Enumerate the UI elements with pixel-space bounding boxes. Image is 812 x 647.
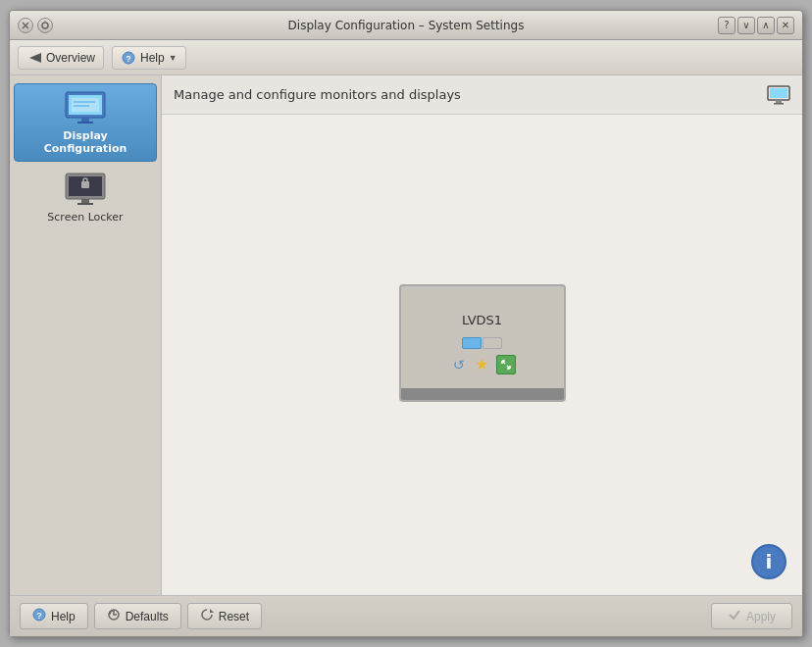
- svg-rect-21: [770, 88, 787, 98]
- info-icon: i: [766, 550, 773, 573]
- titlebar-buttons: [18, 18, 53, 33]
- toggle-off[interactable]: [482, 337, 502, 349]
- monitor-name: LVDS1: [462, 313, 502, 327]
- reset-button[interactable]: Reset: [187, 603, 262, 629]
- sidebar-item-screen-locker[interactable]: Screen Locker: [14, 166, 157, 229]
- titlebar-right-buttons: ? ∨ ∧ ✕: [718, 17, 794, 34]
- help-footer-icon: ?: [32, 608, 46, 624]
- overview-button[interactable]: Overview: [18, 46, 104, 70]
- toggle-on[interactable]: [462, 337, 482, 349]
- sidebar-item-screen-locker-label: Screen Locker: [47, 211, 123, 224]
- help-dropdown-icon: ▼: [169, 53, 178, 63]
- toolbar: Overview ? Help ▼: [10, 40, 802, 75]
- minimize-icon[interactable]: ∨: [737, 17, 755, 34]
- svg-rect-23: [774, 103, 784, 105]
- svg-rect-10: [77, 122, 93, 124]
- main-content: DisplayConfiguration Screen Locker: [10, 75, 802, 595]
- svg-rect-17: [77, 203, 93, 205]
- monitor-icons-row: ↺ ★: [449, 355, 516, 374]
- svg-marker-4: [29, 53, 41, 63]
- back-arrow-icon: [26, 50, 42, 66]
- right-panel: Manage and configure monitors and displa…: [162, 75, 802, 595]
- help-footer-label: Help: [51, 610, 76, 623]
- display-config-icon: [62, 90, 109, 125]
- panel-header-text: Manage and configure monitors and displa…: [174, 87, 461, 102]
- svg-rect-18: [81, 181, 89, 188]
- sidebar: DisplayConfiguration Screen Locker: [10, 75, 162, 595]
- question-icon: ?: [121, 50, 136, 66]
- reset-label: Reset: [219, 610, 249, 623]
- star-icon[interactable]: ★: [473, 355, 492, 374]
- defaults-icon: [107, 608, 121, 624]
- monitor-widget[interactable]: LVDS1 ↺ ★: [399, 284, 566, 402]
- svg-marker-33: [210, 609, 214, 613]
- svg-rect-11: [72, 98, 99, 112]
- window-title: Display Configuration – System Settings: [288, 19, 525, 32]
- apply-label: Apply: [746, 610, 776, 623]
- settings-icon[interactable]: [37, 18, 53, 33]
- svg-text:?: ?: [126, 54, 131, 64]
- main-window: Display Configuration – System Settings …: [9, 10, 803, 637]
- resize-icon[interactable]: [496, 355, 516, 374]
- close-icon[interactable]: ✕: [777, 17, 794, 34]
- overview-label: Overview: [46, 51, 95, 65]
- screen-locker-icon: [62, 172, 109, 207]
- monitor-widget-bottom: [401, 388, 564, 400]
- close-button[interactable]: [18, 18, 33, 33]
- svg-rect-9: [81, 118, 89, 122]
- info-button[interactable]: i: [751, 544, 787, 579]
- defaults-label: Defaults: [126, 610, 169, 623]
- footer-left-buttons: ? Help Defaults Reset: [20, 603, 262, 629]
- panel-body: LVDS1 ↺ ★: [162, 115, 802, 595]
- svg-text:?: ?: [36, 611, 42, 621]
- apply-icon: [728, 608, 741, 624]
- svg-rect-16: [81, 199, 89, 203]
- monitor-header-icon: [767, 85, 790, 105]
- svg-point-2: [42, 23, 48, 28]
- help-label: Help: [140, 51, 165, 65]
- apply-button[interactable]: Apply: [711, 603, 792, 629]
- refresh-icon[interactable]: ↺: [449, 355, 469, 374]
- sidebar-item-display-config-label: DisplayConfiguration: [44, 129, 127, 155]
- help-icon[interactable]: ?: [718, 17, 736, 34]
- panel-header: Manage and configure monitors and displa…: [162, 75, 802, 115]
- defaults-button[interactable]: Defaults: [94, 603, 181, 629]
- footer: ? Help Defaults Reset Apply: [10, 595, 802, 636]
- monitor-toggle[interactable]: [462, 337, 502, 349]
- help-button[interactable]: ? Help ▼: [112, 46, 186, 70]
- titlebar: Display Configuration – System Settings …: [10, 11, 802, 40]
- sidebar-item-display-configuration[interactable]: DisplayConfiguration: [14, 83, 157, 162]
- maximize-icon[interactable]: ∧: [757, 17, 775, 34]
- reset-icon: [200, 608, 214, 624]
- help-footer-button[interactable]: ? Help: [20, 603, 88, 629]
- svg-rect-22: [776, 100, 782, 103]
